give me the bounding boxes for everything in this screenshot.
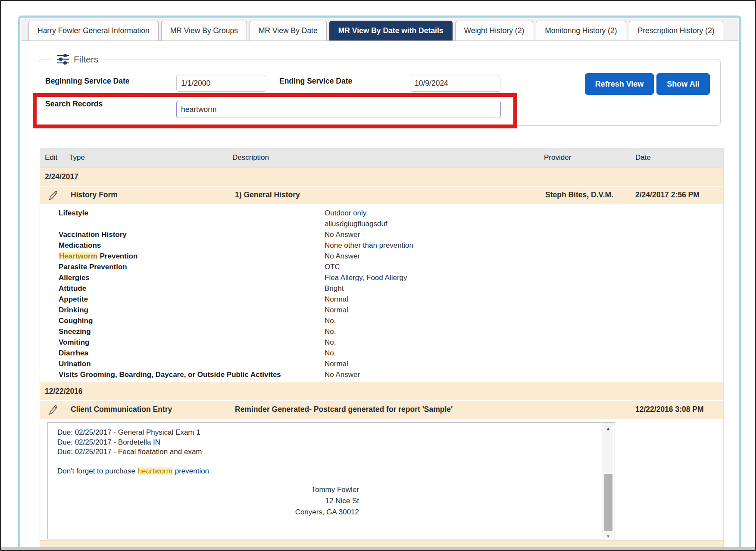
record-datetime: 2/24/2017 2:56 PM bbox=[635, 190, 700, 199]
date-group-label: 2/24/2017 bbox=[45, 172, 78, 181]
scrollbar-thumb[interactable] bbox=[604, 474, 612, 531]
tab-mr-view-by-date[interactable]: MR View By Date bbox=[250, 21, 327, 40]
communication-note-section: Due: 02/25/2017 - General Physical Exam … bbox=[40, 422, 723, 539]
scrollbar-down-arrow-icon[interactable]: ▼ bbox=[603, 534, 613, 539]
detail-row: AllergiesFlea Allergy, Food Allergy bbox=[40, 272, 723, 283]
filter-sliders-icon bbox=[56, 53, 69, 65]
detail-row: LifestyleOutdoor only bbox=[40, 208, 723, 218]
detail-row: DiarrheaNo. bbox=[40, 348, 723, 358]
address-line: Conyers, GA 30012 bbox=[57, 507, 359, 518]
header-type: Type bbox=[69, 153, 85, 162]
note-text: Due: 02/25/2017 - General Physical Exam … bbox=[48, 423, 615, 476]
tab-weight-history[interactable]: Weight History (2) bbox=[455, 21, 534, 40]
horizontal-scrollbar-track[interactable] bbox=[1, 547, 755, 550]
detail-row: UrinationNormal bbox=[40, 358, 723, 369]
detail-row: Parasite PreventionOTC bbox=[40, 261, 723, 272]
beginning-service-date-label: Beginning Service Date bbox=[45, 77, 129, 86]
postcard-address-block: Tommy Fowler 12 Nice St Conyers, GA 3001… bbox=[57, 484, 359, 518]
communication-note-box: Due: 02/25/2017 - General Physical Exam … bbox=[47, 422, 615, 539]
detail-row: MedicationsNone other than prevention bbox=[40, 240, 723, 251]
filters-legend: Filters bbox=[52, 53, 103, 65]
detail-row-heartworm: Heartworm PreventionNo Answer bbox=[40, 251, 723, 261]
detail-row: CoughingNo. bbox=[40, 315, 723, 326]
header-description: Description bbox=[232, 153, 269, 162]
show-all-button[interactable]: Show All bbox=[656, 73, 710, 95]
search-records-label: Search Records bbox=[45, 100, 103, 109]
note-scrollbar[interactable]: ▲ ▼ bbox=[603, 423, 613, 539]
due-line: Due: 02/25/2017 - General Physical Exam … bbox=[57, 428, 615, 438]
tab-mr-view-by-groups[interactable]: MR View By Groups bbox=[161, 21, 247, 40]
due-line: Due: 02/25/2017 - Bordetella IN bbox=[57, 438, 615, 448]
record-row-client-communication: Client Communication Entry Reminder Gene… bbox=[40, 400, 723, 419]
record-type: History Form bbox=[71, 190, 118, 199]
header-provider: Provider bbox=[544, 153, 571, 162]
header-date: Date bbox=[635, 153, 651, 162]
tab-mr-view-by-date-with-details[interactable]: MR View By Date with Details bbox=[329, 21, 453, 40]
blank-line bbox=[57, 457, 615, 467]
detail-row: DrinkingNormal bbox=[40, 305, 723, 315]
edit-pencil-icon[interactable] bbox=[48, 405, 58, 415]
record-description: 1) General History bbox=[235, 190, 300, 199]
history-form-details: LifestyleOutdoor only aliusdgiugfluagsdu… bbox=[40, 204, 723, 382]
ending-service-date-label: Ending Service Date bbox=[279, 77, 352, 86]
date-group-row: 2/24/2017 bbox=[40, 167, 723, 186]
medical-records-table: Edit Type Description Provider Date 2/24… bbox=[40, 148, 724, 551]
detail-row: AppetiteNormal bbox=[40, 294, 723, 305]
address-line: 12 Nice St bbox=[57, 495, 359, 507]
beginning-service-date-input[interactable] bbox=[176, 75, 266, 92]
detail-row: Visits Grooming, Boarding, Daycare, or O… bbox=[40, 369, 723, 380]
search-hit-highlight: Heartworm bbox=[59, 252, 98, 260]
app-window: Harry Fowler General Information MR View… bbox=[0, 0, 756, 551]
due-line: Due: 02/25/2017 - Fecal floatation and e… bbox=[57, 447, 615, 457]
header-edit: Edit bbox=[45, 153, 57, 162]
detail-row: aliusdgiugfluagsduf bbox=[40, 218, 723, 229]
detail-row: AttitudeBright bbox=[40, 283, 723, 294]
record-row-history-form: History Form 1) General History Steph Bi… bbox=[40, 186, 723, 204]
reminder-line: Don't forget to purchase heartworm preve… bbox=[57, 467, 615, 476]
address-line: Tommy Fowler bbox=[57, 484, 359, 495]
detail-row: SneezingNo. bbox=[40, 326, 723, 337]
search-hit-highlight: heartworm bbox=[137, 467, 173, 475]
record-datetime: 12/22/2016 3:08 PM bbox=[635, 405, 704, 414]
refresh-view-button[interactable]: Refresh View bbox=[585, 73, 654, 95]
edit-pencil-icon[interactable] bbox=[48, 190, 58, 201]
table-header-row: Edit Type Description Provider Date bbox=[40, 148, 723, 167]
detail-row: VomitingNo. bbox=[40, 337, 723, 348]
record-type: Client Communication Entry bbox=[71, 405, 172, 414]
record-provider: Steph Bites, D.V.M. bbox=[545, 190, 613, 199]
date-group-label: 12/22/2016 bbox=[45, 387, 83, 396]
scrollbar-up-arrow-icon[interactable]: ▲ bbox=[603, 426, 613, 432]
tab-general-information[interactable]: Harry Fowler General Information bbox=[28, 21, 159, 40]
detail-row: Vaccination HistoryNo Answer bbox=[40, 229, 723, 240]
tab-monitoring-history[interactable]: Monitoring History (2) bbox=[536, 21, 626, 40]
record-description: Reminder Generated- Postcard generated f… bbox=[235, 405, 453, 414]
tab-bar: Harry Fowler General Information MR View… bbox=[21, 19, 738, 41]
ending-service-date-input[interactable] bbox=[410, 75, 500, 92]
date-group-row: 12/22/2016 bbox=[40, 382, 723, 400]
search-records-input[interactable] bbox=[176, 101, 501, 118]
filters-title: Filters bbox=[74, 54, 98, 65]
tab-prescription-history[interactable]: Prescription History (2) bbox=[629, 21, 724, 40]
